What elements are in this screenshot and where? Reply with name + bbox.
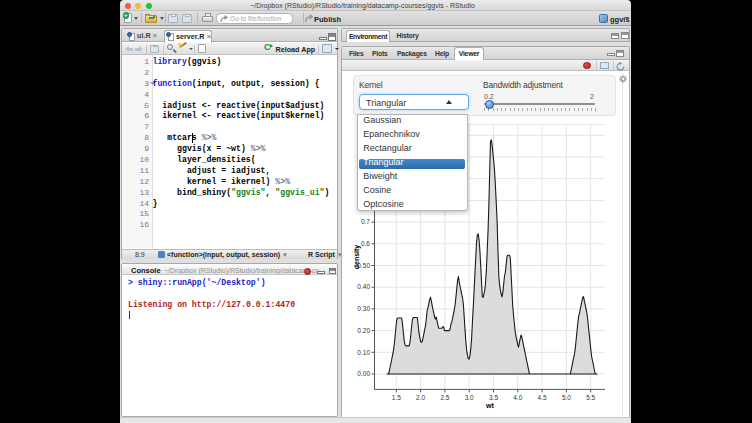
svg-text:0.30: 0.30	[357, 305, 370, 312]
svg-text:2.5: 2.5	[440, 394, 449, 401]
svg-text:density: density	[353, 245, 361, 270]
svg-text:3.0: 3.0	[465, 394, 474, 401]
svg-text:0.40: 0.40	[357, 283, 370, 290]
svg-text:5.0: 5.0	[562, 394, 571, 401]
svg-text:4.0: 4.0	[513, 394, 522, 401]
svg-text:2.0: 2.0	[416, 394, 425, 401]
svg-text:5.5: 5.5	[586, 394, 595, 401]
svg-text:0.10: 0.10	[357, 349, 370, 356]
svg-text:3.5: 3.5	[489, 394, 498, 401]
svg-text:0.7: 0.7	[361, 218, 370, 225]
svg-text:1.5: 1.5	[392, 394, 401, 401]
svg-text:4.5: 4.5	[538, 394, 547, 401]
svg-text:0.6: 0.6	[361, 240, 370, 247]
svg-text:0.00: 0.00	[357, 370, 370, 377]
svg-text:wt: wt	[485, 402, 494, 409]
svg-text:0.20: 0.20	[357, 327, 370, 334]
